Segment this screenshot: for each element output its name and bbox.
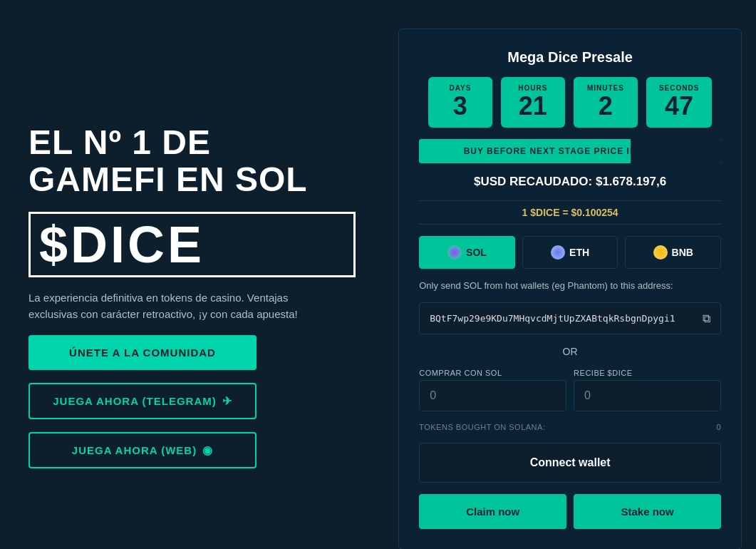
- minutes-box: MINUTES 2: [574, 77, 638, 128]
- stage-bar: BUY BEFORE NEXT STAGE PRICE INCREASE: [419, 139, 721, 163]
- usd-raised: $USD RECAUDADO: $1.678.197,6: [419, 175, 721, 189]
- tokens-bought-row: TOKENS BOUGHT ON SOLANA: 0: [419, 423, 721, 431]
- telegram-icon: [222, 394, 232, 408]
- timer-row: DAYS 3 HOURS 21 MINUTES 2 SECONDS 47: [419, 77, 721, 128]
- left-panel: EL Nº 1 DE GAMEFI EN SOL $DICE La experi…: [0, 0, 384, 549]
- connect-wallet-button[interactable]: Connect wallet: [419, 443, 721, 483]
- input-row: Comprar con SOL Recibe $Dice: [419, 369, 721, 411]
- play-web-button[interactable]: JUEGA AHORA (WEB): [29, 432, 257, 468]
- address-box: BQtF7wp29e9KDu7MHqvcdMjtUpZXABtqkRsbgnDp…: [419, 302, 721, 334]
- web-icon: [202, 443, 213, 457]
- receive-input[interactable]: [574, 380, 721, 411]
- sol-label: SOL: [466, 247, 487, 258]
- hours-box: HOURS 21: [501, 77, 565, 128]
- buy-input-group: Comprar con SOL: [419, 369, 566, 411]
- dice-logo: $DICE: [29, 212, 356, 277]
- days-box: DAYS 3: [428, 77, 492, 128]
- receive-label: Recibe $Dice: [574, 369, 721, 377]
- copy-icon[interactable]: ⧉: [703, 312, 710, 325]
- bottom-row: Claim now Stake now: [419, 494, 721, 529]
- receive-input-group: Recibe $Dice: [574, 369, 721, 411]
- tokens-bought-value: 0: [716, 423, 721, 431]
- main-title: EL Nº 1 DE GAMEFI EN SOL: [29, 124, 356, 200]
- send-info: Only send SOL from hot wallets (eg Phant…: [419, 280, 721, 291]
- wallet-address: BQtF7wp29e9KDu7MHqvcdMjtUpZXABtqkRsbgnDp…: [430, 313, 675, 324]
- seconds-box: SECONDS 47: [646, 77, 712, 128]
- eth-button[interactable]: ETH: [522, 236, 618, 269]
- bnb-button[interactable]: BNB: [625, 236, 721, 269]
- join-community-button[interactable]: ÚNETE A LA COMUNIDAD: [29, 335, 257, 370]
- eth-icon: [551, 245, 565, 260]
- play-telegram-button[interactable]: JUEGA AHORA (TELEGRAM): [29, 383, 257, 419]
- stage-bar-text: BUY BEFORE NEXT STAGE PRICE INCREASE: [464, 146, 677, 156]
- bnb-label: BNB: [672, 247, 693, 258]
- or-divider: OR: [419, 346, 721, 357]
- eth-label: ETH: [569, 247, 589, 258]
- presale-title: Mega Dice Presale: [419, 49, 721, 66]
- sol-button[interactable]: SOL: [419, 236, 515, 269]
- tokens-bought-label: TOKENS BOUGHT ON SOLANA:: [419, 423, 545, 431]
- currency-row: SOL ETH BNB: [419, 236, 721, 269]
- days-value: 3: [441, 92, 480, 120]
- bnb-icon: [653, 245, 668, 260]
- claim-button[interactable]: Claim now: [419, 494, 566, 529]
- minutes-value: 2: [586, 92, 625, 120]
- price-info: 1 $DICE = $0.100254: [419, 200, 721, 225]
- seconds-value: 47: [659, 92, 699, 120]
- hours-value: 21: [514, 92, 552, 120]
- description: La experiencia definitiva en tokens de c…: [29, 290, 335, 322]
- stake-button[interactable]: Stake now: [574, 494, 721, 529]
- sol-icon: [447, 245, 462, 260]
- buy-input[interactable]: [419, 380, 566, 411]
- buy-label: Comprar con SOL: [419, 369, 566, 377]
- right-panel: Mega Dice Presale DAYS 3 HOURS 21 MINUTE…: [398, 29, 742, 549]
